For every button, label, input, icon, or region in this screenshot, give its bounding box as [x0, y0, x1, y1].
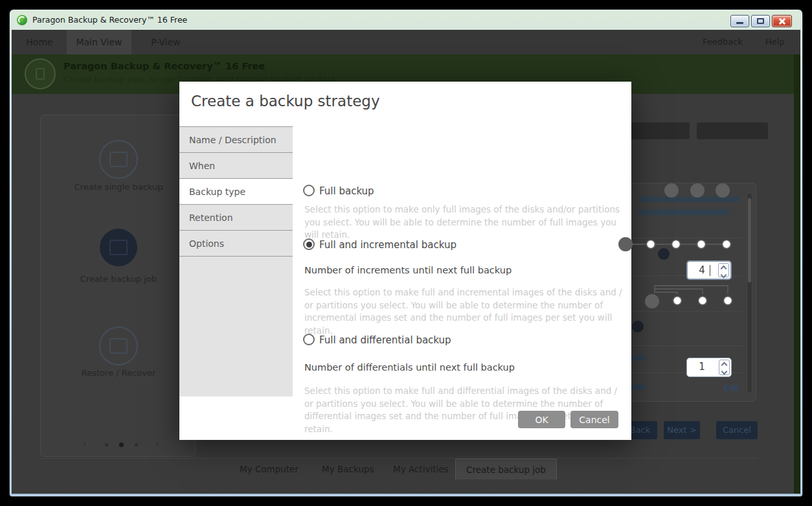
incremental-diagram-icon [618, 236, 732, 252]
radio-label[interactable]: Full and incremental backup [319, 239, 457, 251]
nav-item-when[interactable]: When [179, 153, 293, 179]
radio-full-differential[interactable] [303, 334, 315, 345]
dialog-content: Full backup Select this option to make o… [293, 126, 631, 397]
action-label: Create backup job [47, 274, 190, 284]
tab-my-activities: My Activities [393, 459, 449, 479]
panel-button [697, 122, 768, 139]
option-description: Select this option to make only full ima… [304, 203, 626, 242]
differential-diagram-icon [644, 283, 733, 310]
create-backup-strategy-dialog: Create a backup strategy Name / Descript… [179, 82, 631, 440]
cancel-button[interactable]: Cancel [570, 411, 618, 428]
actions-pager: ‹ › [83, 438, 167, 451]
tab-main-view: Main View [67, 30, 131, 54]
window-titlebar[interactable]: Paragon Backup & Recovery™ 16 Free [9, 9, 803, 30]
tab-p-view: P-View [133, 30, 198, 54]
increments-value[interactable]: 4 [688, 262, 716, 279]
panel-scrollbar [747, 192, 752, 393]
text-caret [710, 265, 710, 276]
differentials-spinner[interactable]: 1 [686, 358, 732, 377]
nav-item-backup-type[interactable]: Backup type [179, 179, 293, 205]
chevron-left-icon: ‹ [83, 439, 86, 448]
text-line [638, 209, 729, 215]
spin-down-icon[interactable] [721, 272, 727, 279]
differentials-value[interactable]: 1 [687, 358, 717, 376]
edit-link: Edit [723, 383, 739, 393]
home-actions-card: Create single backup Create backup job R… [40, 115, 196, 457]
tab-create-backup-job: Create backup job [455, 459, 557, 479]
app-logo-icon [17, 15, 27, 25]
tab-my-computer: My Computer [240, 459, 299, 479]
increments-spinner[interactable]: 4 [686, 260, 732, 280]
pager-dot [135, 443, 138, 446]
dialog-nav: Name / Description When Backup type Rete… [179, 126, 293, 397]
minimize-button[interactable] [730, 15, 749, 27]
desktop-background: Paragon Backup & Recovery™ 16 Free Home … [0, 0, 812, 506]
radio-label[interactable]: Full backup [319, 185, 374, 197]
banner-backup-icon [25, 58, 56, 89]
pager-dot-active [119, 443, 124, 447]
option-description: Select this option to make full and incr… [304, 286, 626, 337]
radio-full-backup[interactable] [303, 185, 315, 196]
close-button[interactable] [772, 15, 792, 27]
differentials-spin-buttons[interactable] [719, 360, 730, 375]
nav-item-options[interactable]: Options [179, 231, 293, 257]
link-help: Help [765, 30, 785, 54]
window-title: Paragon Backup & Recovery™ 16 Free [32, 15, 187, 25]
banner-edge-strip [794, 54, 800, 494]
scrollbar-thumb [748, 198, 751, 282]
chevron-right-icon: › [155, 439, 159, 448]
differentials-field-label: Number of differentials until next full … [304, 362, 515, 373]
next-button: Next > [664, 421, 700, 439]
wizard-cancel-button: Cancel [716, 421, 758, 439]
full-backup-diagram-icon [664, 183, 730, 198]
tab-home: Home [13, 30, 66, 54]
single-backup-icon [99, 140, 138, 179]
action-label: Create single backup [47, 182, 190, 192]
nav-item-retention[interactable]: Retention [179, 205, 293, 231]
increments-spin-buttons[interactable] [718, 263, 729, 277]
nav-item-name-description[interactable]: Name / Description [179, 127, 293, 153]
pager-dot [105, 443, 108, 446]
toggle-dot [632, 321, 644, 332]
spin-up-icon[interactable] [721, 266, 727, 272]
maximize-button[interactable] [751, 15, 770, 27]
spin-up-icon[interactable] [721, 362, 728, 369]
restore-icon [99, 327, 138, 365]
ok-button[interactable]: OK [518, 411, 565, 428]
radio-label[interactable]: Full and differential backup [319, 334, 451, 346]
dialog-title: Create a backup strategy [191, 93, 380, 109]
banner-title: Paragon Backup & Recovery™ 16 Free [63, 61, 265, 71]
tab-my-backups: My Backups [322, 459, 374, 479]
spin-down-icon[interactable] [721, 369, 728, 375]
backup-job-icon [100, 229, 137, 266]
radio-full-incremental[interactable] [303, 238, 315, 250]
increments-field-label: Number of increments until next full bac… [304, 265, 512, 275]
link-feedback: Feedback [703, 30, 743, 54]
action-label: Restore / Recover [47, 368, 190, 378]
